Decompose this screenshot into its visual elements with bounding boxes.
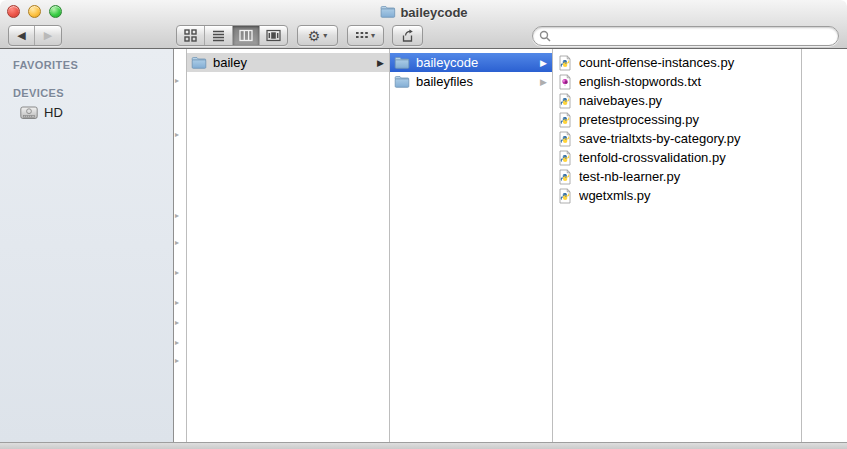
list-item[interactable]: test-nb-learner.py [553, 167, 801, 186]
item-label: baileyfiles [416, 74, 540, 89]
view-mode-switcher [176, 25, 288, 46]
list-view-button[interactable] [205, 26, 233, 45]
disclosure-arrow-icon [175, 268, 185, 277]
disclosure-arrow-icon [175, 338, 185, 347]
disclosure-arrow-icon [175, 76, 185, 85]
column-files: count-offense-instances.py english-stopw… [553, 49, 802, 442]
sidebar-item-hd[interactable]: HD [0, 103, 173, 122]
folder-icon [191, 55, 207, 71]
list-item[interactable]: baileycode [390, 53, 552, 72]
sidebar: FAVORITES DEVICES HD [0, 49, 174, 442]
arrange-icon [356, 31, 368, 41]
list-item[interactable]: count-offense-instances.py [553, 53, 801, 72]
disclosure-arrow-icon [175, 356, 185, 365]
disclosure-arrow-icon [377, 58, 384, 68]
python-file-icon [557, 131, 573, 147]
disclosure-arrow-icon [175, 318, 185, 327]
forward-button[interactable]: ▶ [35, 26, 61, 45]
disclosure-arrow-icon [175, 298, 185, 307]
window-title-label: baileycode [400, 5, 467, 20]
close-button[interactable] [7, 5, 20, 18]
coverflow-view-icon [266, 29, 281, 42]
list-item[interactable]: tenfold-crossvalidation.py [553, 148, 801, 167]
gear-icon: ⚙ [308, 29, 321, 43]
column-baileycode: baileycode baileyfiles [390, 49, 553, 442]
coverflow-view-button[interactable] [260, 26, 287, 45]
text-file-icon [557, 74, 573, 90]
item-label: wgetxmls.py [579, 188, 798, 203]
finder-window: baileycode ◀ ▶ [0, 0, 847, 449]
traffic-lights [7, 5, 62, 18]
sidebar-section-devices: DEVICES [0, 87, 173, 103]
folder-icon [394, 55, 410, 71]
icon-view-button[interactable] [177, 26, 205, 45]
list-item[interactable]: pretestprocessing.py [553, 110, 801, 129]
list-item[interactable]: wgetxmls.py [553, 186, 801, 205]
item-label: naivebayes.py [579, 93, 798, 108]
column-empty [802, 49, 847, 442]
item-label: bailey [213, 55, 377, 70]
chevron-down-icon: ▾ [323, 31, 327, 40]
action-menu-button[interactable]: ⚙ ▾ [297, 25, 338, 46]
list-item[interactable]: baileyfiles [390, 72, 552, 91]
folder-icon [379, 4, 395, 20]
icon-view-icon [184, 29, 197, 42]
list-view-icon [212, 29, 225, 42]
zoom-button[interactable] [49, 5, 62, 18]
python-file-icon [557, 150, 573, 166]
disclosure-arrow-icon [175, 238, 185, 247]
column-bailey: bailey [187, 49, 390, 442]
search-icon [539, 30, 551, 42]
nav-buttons: ◀ ▶ [8, 25, 62, 46]
minimize-button[interactable] [28, 5, 41, 18]
main-area: FAVORITES DEVICES HD bailey baileycode [0, 49, 847, 442]
search-input[interactable] [555, 29, 832, 43]
item-label: test-nb-learner.py [579, 169, 798, 184]
column-view-icon [239, 29, 253, 42]
item-label: count-offense-instances.py [579, 55, 798, 70]
back-icon: ◀ [17, 29, 25, 42]
sidebar-section-favorites: FAVORITES [0, 59, 173, 75]
python-file-icon [557, 188, 573, 204]
folder-icon [394, 74, 410, 90]
share-icon [400, 29, 415, 43]
status-bar [0, 442, 847, 449]
forward-icon: ▶ [44, 29, 52, 42]
disclosure-arrow-icon [540, 77, 547, 87]
sidebar-item-label: HD [44, 105, 63, 120]
list-item[interactable]: naivebayes.py [553, 91, 801, 110]
python-file-icon [557, 112, 573, 128]
python-file-icon [557, 169, 573, 185]
disclosure-arrow-icon [175, 211, 185, 220]
back-button[interactable]: ◀ [9, 26, 35, 45]
list-item[interactable]: bailey [187, 53, 389, 72]
item-label: save-trialtxts-by-category.py [579, 131, 798, 146]
share-button[interactable] [392, 25, 423, 46]
chevron-down-icon: ▾ [371, 31, 375, 40]
window-title: baileycode [379, 3, 467, 21]
arrange-menu-button[interactable]: ▾ [347, 25, 384, 46]
hard-drive-icon [20, 106, 38, 120]
search-field[interactable] [532, 26, 839, 46]
item-label: english-stopwords.txt [579, 74, 798, 89]
scrolled-parent-column[interactable] [174, 49, 187, 442]
title-and-toolbar: baileycode ◀ ▶ [0, 0, 847, 49]
column-view-button[interactable] [233, 26, 261, 45]
disclosure-arrow-icon [175, 130, 185, 139]
python-file-icon [557, 93, 573, 109]
item-label: pretestprocessing.py [579, 112, 798, 127]
item-label: tenfold-crossvalidation.py [579, 150, 798, 165]
python-file-icon [557, 55, 573, 71]
list-item[interactable]: english-stopwords.txt [553, 72, 801, 91]
item-label: baileycode [416, 55, 540, 70]
list-item[interactable]: save-trialtxts-by-category.py [553, 129, 801, 148]
disclosure-arrow-icon [540, 58, 547, 68]
